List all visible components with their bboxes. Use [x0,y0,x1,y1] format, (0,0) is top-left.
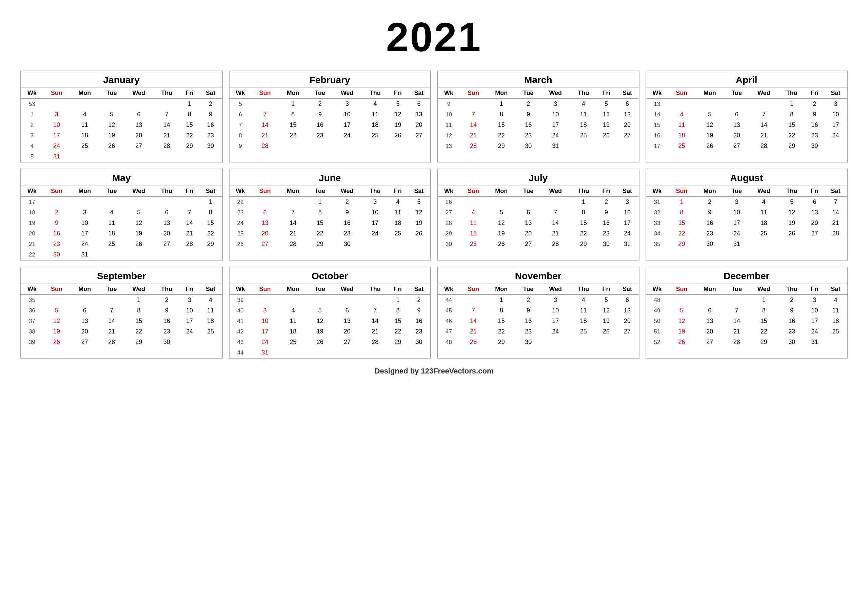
day-cell: 10 [805,305,824,316]
week-number: 1 [21,109,43,120]
day-header-tue: Tue [99,284,124,294]
day-cell: 16 [199,120,222,130]
day-header-sun: Sun [43,88,70,98]
day-cell [824,337,847,347]
day-cell: 11 [570,109,597,120]
day-cell: 14 [153,120,180,130]
day-cell [695,347,724,351]
day-cell: 14 [824,207,847,218]
day-cell: 11 [99,218,124,228]
day-cell: 30 [597,239,616,249]
day-cell: 24 [541,130,570,141]
day-cell: 2 [332,196,362,207]
day-cell [278,347,307,358]
day-cell [332,294,362,305]
day-cell: 3 [43,109,70,120]
day-cell [362,239,388,249]
day-cell: 21 [724,326,749,337]
day-cell: 26 [778,228,805,239]
day-header-tue: Tue [99,88,124,98]
day-cell: 13 [332,316,362,326]
day-cell: 30 [695,239,724,249]
day-header-fri: Fri [805,88,824,98]
day-cell [70,151,99,162]
day-cell: 26 [388,130,408,141]
day-header-thu: Thu [362,186,388,196]
day-header-wk: Wk [438,284,460,294]
day-cell: 8 [570,207,597,218]
day-cell: 4 [199,294,222,305]
day-cell: 7 [153,109,180,120]
day-cell [516,151,541,155]
week-row: 5312 [21,98,222,109]
day-cell: 18 [388,218,408,228]
day-header-thu: Thu [153,284,180,294]
week-number: 16 [646,130,668,141]
day-cell [70,98,99,109]
month-block-february: FebruaryWkSunMonTueWedThuFriSat512345667… [229,71,431,163]
day-cell: 12 [43,316,70,326]
day-cell: 24 [362,228,388,239]
day-header-sat: Sat [824,284,847,294]
day-cell: 19 [597,316,616,326]
month-table: WkSunMonTueWedThuFriSat53121345678921011… [21,87,222,162]
day-cell [570,151,597,155]
day-cell [778,239,805,249]
day-cell: 25 [668,141,695,151]
day-cell: 1 [570,196,597,207]
week-row [438,249,639,253]
day-cell [70,294,99,305]
week-number: 20 [21,228,43,239]
day-cell: 22 [388,326,408,337]
day-cell: 22 [487,130,516,141]
day-header-fri: Fri [597,186,616,196]
month-block-november: NovemberWkSunMonTueWedThuFriSat441234564… [437,267,640,359]
day-cell: 3 [724,196,749,207]
day-cell: 30 [516,337,541,347]
day-header-tue: Tue [99,186,124,196]
week-number: 44 [229,347,251,358]
day-cell: 28 [541,239,570,249]
day-cell: 29 [199,239,222,249]
day-cell [597,347,616,351]
day-cell [616,151,639,155]
day-cell: 10 [541,109,570,120]
day-cell [332,347,362,358]
day-cell: 13 [516,218,541,228]
day-cell: 20 [70,326,99,337]
day-cell [570,249,597,253]
day-cell: 3 [251,305,279,316]
week-number: 31 [646,196,668,207]
day-cell: 19 [778,218,805,228]
day-cell: 23 [332,228,362,239]
week-row [438,151,639,155]
day-cell [597,337,616,347]
day-cell: 23 [408,326,430,337]
day-cell: 15 [749,316,778,326]
month-table: WkSunMonTueWedThuFriSat91234561078910111… [438,87,639,155]
day-cell [362,141,388,151]
week-number: 10 [438,109,460,120]
day-cell: 18 [278,326,307,337]
day-cell [124,151,153,162]
day-cell: 22 [278,130,307,141]
day-cell: 27 [332,337,362,347]
week-number: 41 [229,316,251,326]
week-row: 424252627282930 [21,141,222,151]
day-cell: 19 [124,228,153,239]
day-cell: 10 [541,305,570,316]
day-cell: 13 [616,305,639,316]
week-number: 12 [438,130,460,141]
week-number: 8 [229,130,251,141]
day-cell: 1 [124,294,153,305]
day-header-wk: Wk [21,88,43,98]
day-cell: 2 [805,98,824,109]
footer-brand: 123FreeVectors.com [421,367,493,375]
day-cell: 4 [668,109,695,120]
day-cell: 9 [199,109,222,120]
day-cell: 25 [362,130,388,141]
day-header-tue: Tue [307,186,332,196]
week-row: 2811121314151617 [438,218,639,228]
day-cell: 9 [43,218,70,228]
day-cell: 27 [695,337,724,347]
